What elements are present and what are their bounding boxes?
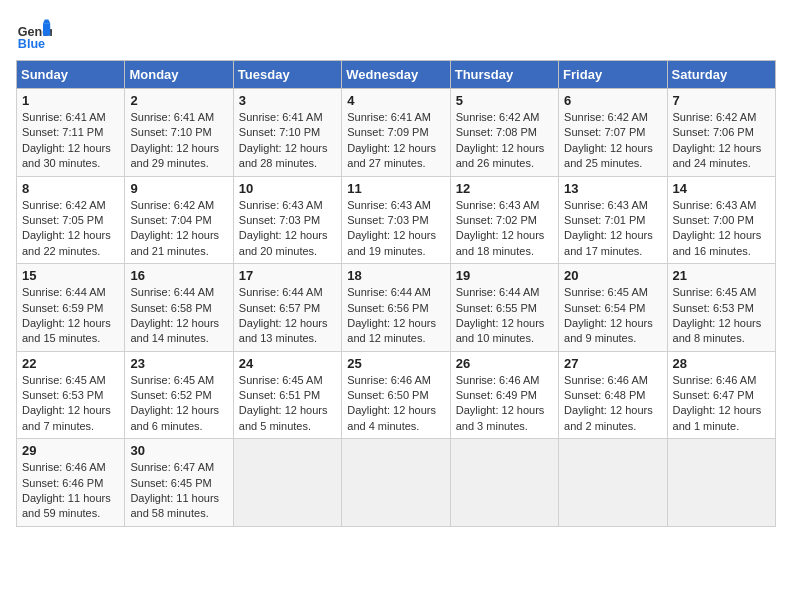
day-cell: 29Sunrise: 6:46 AM Sunset: 6:46 PM Dayli… <box>17 439 125 527</box>
day-info: Sunrise: 6:47 AM Sunset: 6:45 PM Dayligh… <box>130 460 227 522</box>
day-info: Sunrise: 6:44 AM Sunset: 6:56 PM Dayligh… <box>347 285 444 347</box>
day-number: 13 <box>564 181 661 196</box>
day-info: Sunrise: 6:43 AM Sunset: 7:01 PM Dayligh… <box>564 198 661 260</box>
week-row-1: 1Sunrise: 6:41 AM Sunset: 7:11 PM Daylig… <box>17 89 776 177</box>
col-header-tuesday: Tuesday <box>233 61 341 89</box>
day-cell: 16Sunrise: 6:44 AM Sunset: 6:58 PM Dayli… <box>125 264 233 352</box>
day-cell: 26Sunrise: 6:46 AM Sunset: 6:49 PM Dayli… <box>450 351 558 439</box>
svg-marker-3 <box>43 20 50 24</box>
svg-marker-2 <box>43 23 50 36</box>
day-cell: 10Sunrise: 6:43 AM Sunset: 7:03 PM Dayli… <box>233 176 341 264</box>
day-cell: 5Sunrise: 6:42 AM Sunset: 7:08 PM Daylig… <box>450 89 558 177</box>
col-header-sunday: Sunday <box>17 61 125 89</box>
day-cell: 9Sunrise: 6:42 AM Sunset: 7:04 PM Daylig… <box>125 176 233 264</box>
day-number: 9 <box>130 181 227 196</box>
day-info: Sunrise: 6:42 AM Sunset: 7:08 PM Dayligh… <box>456 110 553 172</box>
day-info: Sunrise: 6:45 AM Sunset: 6:51 PM Dayligh… <box>239 373 336 435</box>
day-cell: 28Sunrise: 6:46 AM Sunset: 6:47 PM Dayli… <box>667 351 775 439</box>
day-info: Sunrise: 6:46 AM Sunset: 6:46 PM Dayligh… <box>22 460 119 522</box>
day-info: Sunrise: 6:44 AM Sunset: 6:55 PM Dayligh… <box>456 285 553 347</box>
day-number: 28 <box>673 356 770 371</box>
day-number: 7 <box>673 93 770 108</box>
day-number: 14 <box>673 181 770 196</box>
day-info: Sunrise: 6:41 AM Sunset: 7:11 PM Dayligh… <box>22 110 119 172</box>
day-cell <box>667 439 775 527</box>
day-number: 16 <box>130 268 227 283</box>
day-info: Sunrise: 6:42 AM Sunset: 7:04 PM Dayligh… <box>130 198 227 260</box>
day-info: Sunrise: 6:46 AM Sunset: 6:49 PM Dayligh… <box>456 373 553 435</box>
day-info: Sunrise: 6:45 AM Sunset: 6:53 PM Dayligh… <box>673 285 770 347</box>
day-cell: 13Sunrise: 6:43 AM Sunset: 7:01 PM Dayli… <box>559 176 667 264</box>
day-number: 10 <box>239 181 336 196</box>
day-number: 4 <box>347 93 444 108</box>
day-info: Sunrise: 6:43 AM Sunset: 7:02 PM Dayligh… <box>456 198 553 260</box>
day-number: 15 <box>22 268 119 283</box>
day-number: 3 <box>239 93 336 108</box>
day-number: 22 <box>22 356 119 371</box>
day-number: 27 <box>564 356 661 371</box>
day-info: Sunrise: 6:43 AM Sunset: 7:00 PM Dayligh… <box>673 198 770 260</box>
calendar-table: SundayMondayTuesdayWednesdayThursdayFrid… <box>16 60 776 527</box>
day-cell: 4Sunrise: 6:41 AM Sunset: 7:09 PM Daylig… <box>342 89 450 177</box>
day-number: 30 <box>130 443 227 458</box>
day-info: Sunrise: 6:43 AM Sunset: 7:03 PM Dayligh… <box>347 198 444 260</box>
day-cell: 24Sunrise: 6:45 AM Sunset: 6:51 PM Dayli… <box>233 351 341 439</box>
day-number: 2 <box>130 93 227 108</box>
day-number: 5 <box>456 93 553 108</box>
day-cell: 6Sunrise: 6:42 AM Sunset: 7:07 PM Daylig… <box>559 89 667 177</box>
col-header-saturday: Saturday <box>667 61 775 89</box>
svg-text:Blue: Blue <box>18 37 45 51</box>
day-number: 1 <box>22 93 119 108</box>
day-number: 6 <box>564 93 661 108</box>
day-info: Sunrise: 6:45 AM Sunset: 6:54 PM Dayligh… <box>564 285 661 347</box>
day-number: 11 <box>347 181 444 196</box>
col-header-thursday: Thursday <box>450 61 558 89</box>
day-cell: 17Sunrise: 6:44 AM Sunset: 6:57 PM Dayli… <box>233 264 341 352</box>
day-cell: 22Sunrise: 6:45 AM Sunset: 6:53 PM Dayli… <box>17 351 125 439</box>
day-info: Sunrise: 6:46 AM Sunset: 6:48 PM Dayligh… <box>564 373 661 435</box>
logo-icon: General Blue <box>16 16 52 52</box>
day-cell: 23Sunrise: 6:45 AM Sunset: 6:52 PM Dayli… <box>125 351 233 439</box>
day-info: Sunrise: 6:45 AM Sunset: 6:53 PM Dayligh… <box>22 373 119 435</box>
day-info: Sunrise: 6:42 AM Sunset: 7:07 PM Dayligh… <box>564 110 661 172</box>
day-info: Sunrise: 6:41 AM Sunset: 7:10 PM Dayligh… <box>239 110 336 172</box>
day-cell: 11Sunrise: 6:43 AM Sunset: 7:03 PM Dayli… <box>342 176 450 264</box>
day-cell: 1Sunrise: 6:41 AM Sunset: 7:11 PM Daylig… <box>17 89 125 177</box>
day-cell: 20Sunrise: 6:45 AM Sunset: 6:54 PM Dayli… <box>559 264 667 352</box>
col-header-wednesday: Wednesday <box>342 61 450 89</box>
day-cell <box>559 439 667 527</box>
day-number: 19 <box>456 268 553 283</box>
week-row-2: 8Sunrise: 6:42 AM Sunset: 7:05 PM Daylig… <box>17 176 776 264</box>
day-number: 17 <box>239 268 336 283</box>
day-number: 18 <box>347 268 444 283</box>
calendar-header-row: SundayMondayTuesdayWednesdayThursdayFrid… <box>17 61 776 89</box>
col-header-friday: Friday <box>559 61 667 89</box>
day-number: 29 <box>22 443 119 458</box>
day-cell: 8Sunrise: 6:42 AM Sunset: 7:05 PM Daylig… <box>17 176 125 264</box>
day-info: Sunrise: 6:44 AM Sunset: 6:57 PM Dayligh… <box>239 285 336 347</box>
day-number: 8 <box>22 181 119 196</box>
week-row-4: 22Sunrise: 6:45 AM Sunset: 6:53 PM Dayli… <box>17 351 776 439</box>
day-cell: 30Sunrise: 6:47 AM Sunset: 6:45 PM Dayli… <box>125 439 233 527</box>
day-number: 21 <box>673 268 770 283</box>
day-number: 23 <box>130 356 227 371</box>
day-cell: 12Sunrise: 6:43 AM Sunset: 7:02 PM Dayli… <box>450 176 558 264</box>
day-info: Sunrise: 6:46 AM Sunset: 6:50 PM Dayligh… <box>347 373 444 435</box>
logo: General Blue <box>16 16 58 52</box>
day-info: Sunrise: 6:42 AM Sunset: 7:05 PM Dayligh… <box>22 198 119 260</box>
day-cell: 2Sunrise: 6:41 AM Sunset: 7:10 PM Daylig… <box>125 89 233 177</box>
day-cell: 27Sunrise: 6:46 AM Sunset: 6:48 PM Dayli… <box>559 351 667 439</box>
day-info: Sunrise: 6:43 AM Sunset: 7:03 PM Dayligh… <box>239 198 336 260</box>
day-info: Sunrise: 6:41 AM Sunset: 7:09 PM Dayligh… <box>347 110 444 172</box>
day-cell: 14Sunrise: 6:43 AM Sunset: 7:00 PM Dayli… <box>667 176 775 264</box>
day-cell: 3Sunrise: 6:41 AM Sunset: 7:10 PM Daylig… <box>233 89 341 177</box>
week-row-5: 29Sunrise: 6:46 AM Sunset: 6:46 PM Dayli… <box>17 439 776 527</box>
day-info: Sunrise: 6:44 AM Sunset: 6:58 PM Dayligh… <box>130 285 227 347</box>
day-cell <box>233 439 341 527</box>
day-number: 25 <box>347 356 444 371</box>
day-cell: 21Sunrise: 6:45 AM Sunset: 6:53 PM Dayli… <box>667 264 775 352</box>
week-row-3: 15Sunrise: 6:44 AM Sunset: 6:59 PM Dayli… <box>17 264 776 352</box>
day-cell <box>342 439 450 527</box>
day-cell: 15Sunrise: 6:44 AM Sunset: 6:59 PM Dayli… <box>17 264 125 352</box>
day-info: Sunrise: 6:44 AM Sunset: 6:59 PM Dayligh… <box>22 285 119 347</box>
